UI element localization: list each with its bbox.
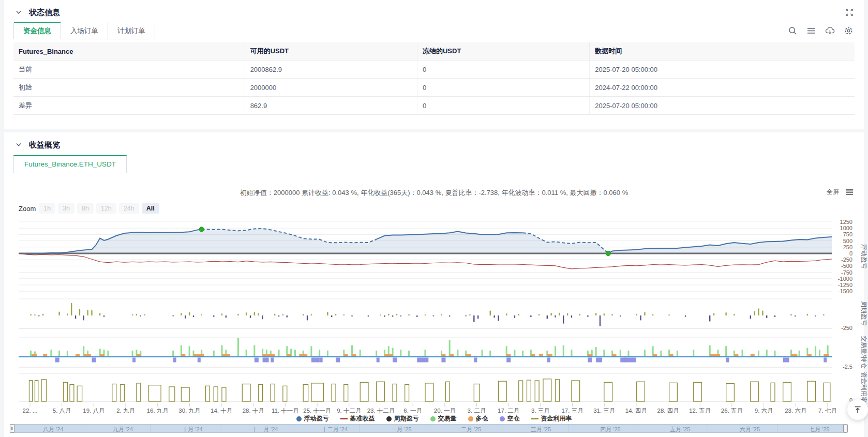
- legend-item[interactable]: 空仓: [500, 414, 520, 423]
- svg-text:-1000: -1000: [838, 276, 852, 282]
- navigator-month-label: 八月 '24: [43, 426, 63, 433]
- legend-item[interactable]: 浮动盈亏: [296, 414, 329, 423]
- initial-frozen: 0: [417, 79, 589, 97]
- svg-text:25. 十一月: 25. 十一月: [303, 408, 331, 414]
- zoom-button-1h[interactable]: 1h: [39, 203, 55, 214]
- chart-fullscreen-button[interactable]: 全屏: [827, 188, 839, 197]
- page: 状态信息 资金信息 入场订单 计划订单: [0, 0, 868, 437]
- collapse-chevron-icon[interactable]: [13, 140, 24, 150]
- navigator-month-label: 十二月 '24: [322, 426, 348, 433]
- chart-navigator[interactable]: 八月 '24九月 '24十月 '24十一月 '24十二月 '24一月 '25二月…: [10, 424, 847, 433]
- navigator-month-label: 四月 '25: [600, 426, 620, 433]
- zoom-button-24h[interactable]: 24h: [119, 203, 139, 214]
- navigator-separator: [708, 425, 708, 432]
- legend-marker: [531, 418, 538, 419]
- current-time: 2025-07-20 05:00:00: [590, 61, 855, 79]
- svg-text:28. 四月: 28. 四月: [657, 408, 679, 414]
- navigator-separator: [429, 425, 429, 432]
- collapse-chevron-icon[interactable]: [13, 7, 24, 18]
- navigator-separator: [359, 425, 360, 432]
- navigator-separator: [568, 425, 568, 432]
- svg-text:12. 五月: 12. 五月: [689, 408, 711, 414]
- svg-text:22. ...: 22. ...: [23, 408, 38, 414]
- zoom-controls: Zoom 1h3h8h12h24hAll: [19, 203, 159, 214]
- profit-title: 收益概览: [29, 140, 60, 150]
- legend-item[interactable]: 多仓: [468, 414, 488, 423]
- svg-text:28. 十月: 28. 十月: [243, 408, 264, 414]
- legend-item[interactable]: 基准收益: [340, 414, 375, 423]
- navigator-month-label: 十月 '24: [182, 426, 202, 433]
- svg-text:16. 九月: 16. 九月: [147, 408, 169, 414]
- svg-text:14. 四月: 14. 四月: [625, 408, 647, 414]
- navigator-separator: [81, 425, 81, 432]
- row-label-initial: 初始: [13, 79, 245, 97]
- zoom-button-all[interactable]: All: [142, 203, 159, 214]
- svg-text:1250: 1250: [840, 219, 852, 225]
- chart-menu-icon[interactable]: [844, 187, 855, 197]
- status-tabs: 资金信息 入场订单 计划订单: [4, 22, 864, 39]
- navigator-separator: [220, 425, 220, 432]
- navigator-handle-right[interactable]: [843, 424, 848, 433]
- svg-text:1000: 1000: [840, 225, 852, 231]
- zoom-button-8h[interactable]: 8h: [77, 203, 94, 214]
- current-available: 2000862.9: [245, 61, 417, 79]
- row-label-current[interactable]: 当前: [13, 61, 245, 79]
- navigator-separator: [777, 425, 777, 432]
- zoom-label: Zoom: [19, 205, 36, 213]
- svg-text:3. 二月: 3. 二月: [468, 408, 486, 414]
- fund-table: Futures_Binance 可用的USDT 冻结的USDT 数据时间 当前 …: [13, 42, 855, 115]
- gear-icon[interactable]: [843, 25, 854, 36]
- col-available-usdt: 可用的USDT: [245, 42, 417, 61]
- svg-text:11. 十一月: 11. 十一月: [272, 408, 299, 414]
- legend-label: 资金利用率: [541, 414, 572, 423]
- cloud-download-icon[interactable]: [825, 25, 835, 36]
- svg-text:资金利用率: 资金利用率: [860, 372, 867, 403]
- navigator-separator: [150, 425, 151, 432]
- svg-text:交易量/持仓: 交易量/持仓: [860, 336, 867, 368]
- zoom-button-3h[interactable]: 3h: [58, 203, 74, 214]
- table-row-diff: 差异 862.9 0 2025-07-20 05:00:00: [13, 97, 855, 115]
- svg-text:6. 一月: 6. 一月: [403, 408, 422, 414]
- legend-label: 交易量: [438, 414, 457, 423]
- back-to-top-button[interactable]: [847, 399, 868, 420]
- legend-item[interactable]: 周期盈亏: [386, 414, 419, 423]
- legend-label: 多仓: [476, 414, 488, 423]
- svg-text:19. 八月: 19. 八月: [83, 408, 104, 414]
- legend-label: 空仓: [507, 414, 520, 423]
- current-frozen: 0: [417, 61, 589, 79]
- row-label-diff: 差异: [13, 97, 245, 115]
- zoom-button-12h[interactable]: 12h: [96, 203, 116, 214]
- navigator-separator: [290, 425, 290, 432]
- legend-item[interactable]: 资金利用率: [531, 414, 572, 423]
- search-icon[interactable]: [787, 25, 798, 36]
- col-frozen-usdt: 冻结的USDT: [417, 42, 589, 61]
- legend-item[interactable]: 交易量: [430, 414, 457, 423]
- tab-planned-orders[interactable]: 计划订单: [108, 22, 155, 39]
- svg-text:周期盈亏: 周期盈亏: [860, 301, 867, 326]
- legend-marker: [468, 416, 473, 421]
- col-data-time: 数据时间: [590, 42, 855, 61]
- legend-label: 浮动盈亏: [304, 414, 329, 423]
- svg-text:-2.5: -2.5: [843, 364, 852, 370]
- svg-text:-500: -500: [841, 263, 852, 269]
- diff-available: 862.9: [245, 97, 417, 115]
- legend-label: 周期盈亏: [394, 414, 419, 423]
- navigator-month-label: 九月 '24: [113, 426, 133, 433]
- menu-icon[interactable]: [806, 25, 816, 36]
- tab-fund-info[interactable]: 资金信息: [13, 22, 61, 39]
- svg-text:17. 二月: 17. 二月: [498, 408, 519, 414]
- initial-time: 2024-07-22 00:00:00: [590, 79, 855, 97]
- legend-marker: [500, 416, 505, 421]
- chart-stats: 初始净值：2000000 累计收益: 0.043 %, 年化收益(365天)：0…: [4, 188, 864, 198]
- navigator-handle-left[interactable]: [10, 424, 14, 433]
- tab-entry-orders[interactable]: 入场订单: [61, 22, 108, 39]
- legend-label: 基准收益: [350, 414, 375, 423]
- svg-text:-1500: -1500: [838, 288, 852, 294]
- svg-text:250: 250: [843, 244, 852, 250]
- profit-chart[interactable]: 125010007505002500-250-500-750-1000-1250…: [13, 214, 868, 417]
- tab-symbol[interactable]: Futures_Binance.ETH_USDT: [13, 155, 127, 173]
- svg-text:2. 九月: 2. 九月: [116, 408, 135, 414]
- svg-text:3. 三月: 3. 三月: [531, 408, 550, 414]
- navigator-separator: [638, 425, 638, 432]
- expand-icon[interactable]: [844, 7, 855, 18]
